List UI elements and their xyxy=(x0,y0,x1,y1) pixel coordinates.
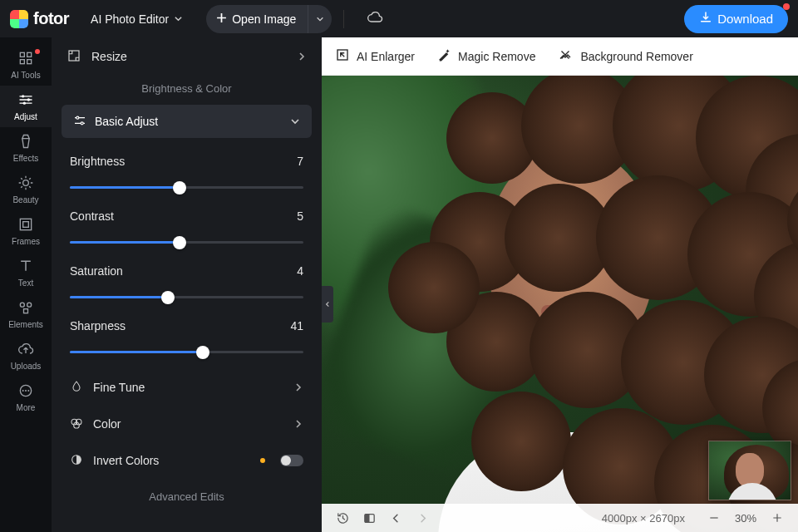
canvas[interactable]: 4000px × 2670px 30% xyxy=(322,76,798,532)
svg-point-10 xyxy=(20,303,24,307)
download-button[interactable]: Download xyxy=(684,5,788,33)
svg-rect-3 xyxy=(27,60,32,64)
svg-point-5 xyxy=(27,98,30,101)
open-image-label: Open Image xyxy=(232,12,296,26)
logo-icon xyxy=(10,10,28,28)
quick-label: Magic Remove xyxy=(458,50,535,63)
invert-colors-row: Invert Colors xyxy=(52,442,322,479)
panel-collapse-button[interactable] xyxy=(322,286,333,323)
history-button[interactable] xyxy=(333,509,352,527)
quick-label: Background Remover xyxy=(580,50,692,63)
zoom-in-button[interactable] xyxy=(768,509,786,527)
text-icon xyxy=(17,258,34,276)
section-brightness-color: Brightness & Color xyxy=(52,76,322,105)
slider-value: 41 xyxy=(290,319,303,332)
svg-point-18 xyxy=(76,116,79,119)
svg-rect-1 xyxy=(27,52,32,57)
svg-point-7 xyxy=(23,180,29,186)
nav-label: Beauty xyxy=(12,195,38,204)
chevron-down-icon xyxy=(174,14,183,23)
bg-remover-icon xyxy=(557,47,574,65)
nav-effects[interactable]: Effects xyxy=(0,127,52,169)
minimap[interactable] xyxy=(708,441,791,500)
quick-bg-remover[interactable]: Background Remover xyxy=(557,47,692,65)
nav-label: Uploads xyxy=(11,362,42,371)
svg-point-4 xyxy=(22,95,24,97)
nav-uploads[interactable]: Uploads xyxy=(0,335,52,377)
chevron-down-icon xyxy=(316,12,324,27)
svg-rect-12 xyxy=(24,309,28,313)
brand-text: fotor xyxy=(33,9,69,28)
left-nav: AI ToolsAdjustEffectsBeautyFramesTextEle… xyxy=(0,37,52,532)
chevron-down-icon xyxy=(290,116,300,126)
droplet-icon xyxy=(70,380,83,396)
basic-adjust-label: Basic Adjust xyxy=(95,115,158,128)
slider-track[interactable] xyxy=(70,178,303,198)
editor-mode-dropdown[interactable]: AI Photo Editor xyxy=(84,7,190,31)
slider-track[interactable] xyxy=(70,342,303,362)
invert-icon xyxy=(70,453,83,469)
invert-label: Invert Colors xyxy=(93,454,159,467)
quick-ai-enlarger[interactable]: AI Enlarger xyxy=(335,47,415,65)
nav-label: Frames xyxy=(12,237,40,246)
status-dot xyxy=(260,458,265,463)
cloud-icon xyxy=(367,9,383,29)
open-image-group: Open Image xyxy=(206,5,332,33)
resize-icon xyxy=(66,48,81,66)
svg-point-6 xyxy=(23,102,26,105)
fine-tune-row[interactable]: Fine Tune xyxy=(52,369,322,406)
slider-brightness: Brightness7 xyxy=(70,146,303,201)
editor-mode-label: AI Photo Editor xyxy=(91,12,169,26)
nav-elements[interactable]: Elements xyxy=(0,293,52,335)
color-row[interactable]: Color xyxy=(52,406,322,442)
quick-magic-remove[interactable]: Magic Remove xyxy=(436,47,535,65)
nav-more[interactable]: More xyxy=(0,377,52,418)
adjust-panel: Resize Brightness & Color Basic Adjust B… xyxy=(52,37,322,532)
slider-label: Sharpness xyxy=(70,319,126,332)
download-label: Download xyxy=(717,12,773,26)
redo-button[interactable] xyxy=(413,509,431,527)
nav-text[interactable]: Text xyxy=(0,252,52,293)
chevron-right-icon xyxy=(293,382,303,392)
invert-toggle[interactable] xyxy=(280,455,303,466)
nav-label: Elements xyxy=(8,320,43,329)
svg-rect-0 xyxy=(20,52,24,57)
zoom-out-button[interactable] xyxy=(705,509,723,527)
svg-rect-8 xyxy=(20,219,31,229)
plus-icon xyxy=(216,12,227,26)
slider-track[interactable] xyxy=(70,288,303,308)
slider-label: Brightness xyxy=(70,155,125,168)
fine-tune-label: Fine Tune xyxy=(93,381,145,394)
basic-adjust-accordion[interactable]: Basic Adjust xyxy=(62,105,312,138)
compare-button[interactable] xyxy=(360,509,378,527)
chevron-right-icon xyxy=(293,419,303,429)
resize-label: Resize xyxy=(91,50,127,63)
open-image-button[interactable]: Open Image xyxy=(206,5,308,33)
zoom-level[interactable]: 30% xyxy=(735,512,756,525)
svg-rect-9 xyxy=(23,222,29,228)
cloud-button[interactable] xyxy=(361,5,389,33)
undo-button[interactable] xyxy=(387,509,405,527)
more-icon xyxy=(17,382,34,401)
svg-point-14 xyxy=(22,390,24,392)
effects-icon xyxy=(17,133,34,151)
magic-remove-icon xyxy=(436,47,451,65)
nav-frames[interactable]: Frames xyxy=(0,210,52,252)
ai-enlarger-icon xyxy=(335,47,350,65)
color-wheel-icon xyxy=(70,416,83,432)
resize-row[interactable]: Resize xyxy=(52,37,322,76)
nav-ai-tools[interactable]: AI Tools xyxy=(0,44,52,86)
slider-track[interactable] xyxy=(70,233,303,253)
slider-label: Saturation xyxy=(70,264,123,278)
open-image-dropdown[interactable] xyxy=(308,5,332,33)
slider-sharpness: Sharpness41 xyxy=(70,311,303,366)
nav-label: Text xyxy=(18,278,33,288)
nav-adjust[interactable]: Adjust xyxy=(0,86,52,127)
beauty-icon xyxy=(17,175,34,193)
nav-beauty[interactable]: Beauty xyxy=(0,169,52,210)
svg-point-11 xyxy=(27,303,32,307)
logo[interactable]: fotor xyxy=(10,9,69,28)
svg-rect-17 xyxy=(69,51,79,61)
slider-contrast: Contrast5 xyxy=(70,201,303,256)
elements-icon xyxy=(17,299,34,318)
